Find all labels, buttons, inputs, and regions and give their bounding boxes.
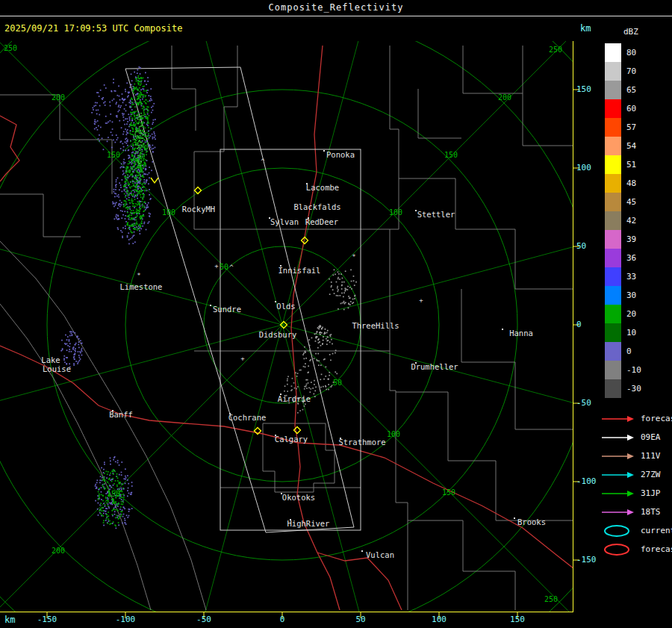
range-ring-label: 100 <box>389 208 402 217</box>
colorbar-label: 48 <box>626 178 636 188</box>
town-label: Sylvan <box>270 217 299 226</box>
colorbar-row: -10 <box>605 361 641 379</box>
legend-label: 18TS <box>641 507 661 517</box>
colorbar-label: -30 <box>626 384 641 394</box>
colorbar-label: 10 <box>626 328 636 338</box>
colorbar-swatch <box>605 193 621 211</box>
town-label: Lacombe <box>306 183 339 192</box>
svg-text:*: * <box>352 253 355 261</box>
legend-label: 27ZW <box>641 470 661 479</box>
colorbar-label: 57 <box>626 122 636 132</box>
colorbar-row: 39 <box>605 230 641 249</box>
colorbar: 80 70 65 60 57 54 51 48 45 42 39 36 33 3… <box>605 43 641 398</box>
range-ring-label: 200 <box>498 93 511 102</box>
colorbar-swatch <box>605 249 621 267</box>
range-ring-label: 150 <box>442 488 455 497</box>
town-label: Sundre <box>213 305 241 314</box>
legend-label: forecast <box>641 414 672 423</box>
colorbar-label: 51 <box>626 160 636 170</box>
bottom-axis-label: -150 <box>32 615 62 624</box>
colorbar-swatch <box>605 342 621 361</box>
svg-text:*: * <box>137 272 140 279</box>
svg-text:^: ^ <box>229 264 234 271</box>
colorbar-row: 54 <box>605 137 641 155</box>
colorbar-row: 36 <box>605 249 641 267</box>
legend-label: 09EA <box>641 432 661 442</box>
legend-label: current <box>641 526 672 535</box>
range-ring-label: 150 <box>107 490 120 498</box>
town-label: Limestone <box>120 282 163 291</box>
colorbar-swatch <box>605 286 621 305</box>
colorbar-row: -30 <box>605 379 641 398</box>
legend-row: 31JP <box>600 484 672 503</box>
colorbar-label: 36 <box>626 253 636 263</box>
legend-label: forecast <box>641 544 672 554</box>
legend-row: 27ZW <box>600 465 672 484</box>
colorbar-label: -10 <box>626 365 641 375</box>
town-label: Drumheller <box>411 362 458 371</box>
right-axis-label: 100 <box>576 163 602 172</box>
colorbar-swatch <box>605 155 621 174</box>
track-arrow-icon <box>600 433 635 442</box>
colorbar-row: 48 <box>605 174 641 193</box>
right-axis-label: -150 <box>576 555 602 565</box>
svg-text:^: ^ <box>261 158 265 165</box>
product-timestamp: 2025/09/21 17:09:53 UTC Composite <box>4 23 182 34</box>
range-ring-label: 150 <box>444 151 458 159</box>
colorbar-label: 65 <box>626 85 636 95</box>
colorbar-swatch <box>605 267 621 286</box>
town-label: Banff <box>109 410 133 419</box>
colorbar-label: 54 <box>626 141 636 151</box>
colorbar-row: 42 <box>605 211 641 230</box>
colorbar-label: 45 <box>626 197 636 207</box>
colorbar-swatch <box>605 211 621 230</box>
colorbar-label: 20 <box>626 309 636 319</box>
legend-label: 31JP <box>641 488 661 498</box>
colorbar-label: 60 <box>626 104 636 114</box>
town-label: Innisfail <box>279 266 321 275</box>
right-axis-label: 0 <box>576 320 602 329</box>
town-label: RockyMH <box>182 205 215 214</box>
town-label: Hanna <box>509 329 533 338</box>
range-ring-label: 50 <box>333 379 342 387</box>
colorbar-row: 20 <box>605 305 641 323</box>
bottom-axis-label: -100 <box>111 615 140 624</box>
forecast-cell-ellipse-icon <box>600 542 635 557</box>
colorbar-row: 70 <box>605 62 641 81</box>
town-label: Brooks <box>517 517 546 526</box>
legend-row: current <box>600 521 672 540</box>
colorbar-swatch <box>605 99 621 118</box>
colorbar-row: 30 <box>605 286 641 305</box>
town-label: Strathmore <box>338 438 385 447</box>
range-ring-label: 50 <box>220 263 228 271</box>
right-axis-label: -50 <box>576 398 602 408</box>
colorbar-title: dBZ <box>623 27 638 37</box>
colorbar-label: 80 <box>626 48 636 57</box>
colorbar-swatch <box>605 323 621 342</box>
colorbar-swatch <box>605 230 621 249</box>
town-label: Stettler <box>417 210 455 219</box>
bottom-axis-label: 0 <box>267 615 297 624</box>
colorbar-row: 45 <box>605 193 641 211</box>
range-ring-label: 200 <box>52 93 65 102</box>
colorbar-swatch <box>605 137 621 155</box>
range-ring-label: 200 <box>52 547 65 555</box>
colorbar-swatch <box>605 43 621 62</box>
colorbar-swatch <box>605 174 621 193</box>
town-label: RedDeer <box>305 217 338 226</box>
colorbar-row: 51 <box>605 155 641 174</box>
town-label: Cochrane <box>228 413 267 422</box>
legend-row: forecast <box>600 540 672 559</box>
bottom-axis-label: -50 <box>189 615 219 624</box>
town-label: Didsbury <box>259 330 297 339</box>
right-axis-unit: km <box>580 23 591 34</box>
colorbar-row: 57 <box>605 118 641 137</box>
town-label: HighRiver <box>287 519 330 528</box>
right-axis-label: 50 <box>576 241 602 251</box>
colorbar-swatch <box>605 81 621 99</box>
colorbar-swatch <box>605 118 621 137</box>
range-ring-label: 250 <box>4 44 17 52</box>
town-label: Ponoka <box>326 150 355 159</box>
town-label: Lake <box>41 355 60 364</box>
town-label: Louise <box>43 364 71 373</box>
